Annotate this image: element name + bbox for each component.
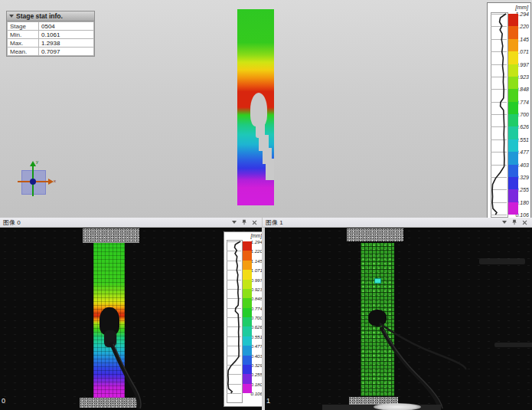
- colorbar-segment: [508, 139, 518, 152]
- close-icon[interactable]: [252, 220, 257, 225]
- histogram-gridline: [227, 393, 241, 394]
- colorbar-segment: [243, 308, 252, 317]
- colorbar-tick-label: 0.848: [251, 296, 262, 301]
- stat-row: Min.0.1061: [8, 31, 94, 39]
- colorbar-tick-label: 1.145: [251, 257, 262, 263]
- colorbar-segment: [243, 261, 252, 270]
- colorbar-tick-label: 0.477: [251, 343, 262, 349]
- panel-title-image1[interactable]: 图像 1: [263, 218, 532, 228]
- seed-point-marker: [374, 278, 381, 284]
- colorbar-segment: [508, 126, 518, 139]
- extensometer: [368, 310, 387, 326]
- colorbar-tick-label: 0.403: [251, 353, 262, 358]
- close-icon[interactable]: [522, 220, 527, 225]
- camera-panels: [mm]1.2941.2201.1451.0710.9970.9230.8480…: [0, 228, 532, 410]
- displacement-colorbar: [mm]1.2941.2201.1451.0710.9970.9230.8480…: [224, 231, 262, 407]
- colorbar-tick-label: 0.774: [251, 305, 262, 310]
- colorbar-tick-label: 0.626: [251, 324, 262, 330]
- stat-row: Mean.0.7097: [8, 48, 94, 56]
- stat-label: Max.: [8, 39, 39, 48]
- colorbar-segment: [243, 270, 252, 279]
- colorbar-tick-label: 0.180: [251, 381, 262, 386]
- colorbar-segment: [243, 374, 252, 383]
- stat-row: Stage0504: [8, 22, 94, 31]
- colorbar-segment: [508, 26, 518, 38]
- camera-index-label: 0: [2, 397, 5, 405]
- pin-icon[interactable]: [241, 219, 247, 225]
- stage-stat-header[interactable]: Stage stat info.: [7, 11, 94, 21]
- specimen-displacement-map: [237, 9, 274, 205]
- colorbar-segment: [508, 51, 518, 64]
- camera-image-1[interactable]: 1: [265, 228, 532, 410]
- chevron-down-icon[interactable]: [502, 221, 507, 224]
- histogram-curve: [227, 241, 241, 393]
- colorbar-segment: [243, 317, 252, 326]
- colorbar-segment: [243, 346, 252, 355]
- collapse-icon[interactable]: [9, 15, 14, 18]
- colorbar-tick-label: 0.329: [251, 362, 262, 367]
- cable-lines: [265, 228, 532, 410]
- dock-title-row: 图像 0 图像 1: [0, 218, 532, 228]
- panel-title-label: 图像 0: [3, 218, 21, 227]
- base-reflection: [374, 403, 421, 410]
- colorbar-segment: [508, 152, 518, 164]
- colorbar-segment: [243, 356, 252, 365]
- y-axis-label: y: [36, 159, 38, 164]
- colorbar-segment: [243, 298, 252, 307]
- stage-stat-table: Stage0504Min.0.1061Max.1.2938Mean.0.7097: [7, 21, 94, 56]
- camera-image-0[interactable]: [mm]1.2941.2201.1451.0710.9970.9230.8480…: [0, 228, 262, 410]
- colorbar-segment: [508, 114, 518, 126]
- colorbar-tick-label: 1.071: [251, 267, 262, 273]
- colorbar-tick-label: 1.220: [251, 248, 262, 254]
- x-axis-arrow-icon: [48, 179, 54, 185]
- colorbar-tick-label: 0.106: [251, 391, 262, 396]
- extensometer-body: [104, 330, 116, 347]
- stat-label: Stage: [8, 22, 39, 31]
- colorbar-segment: [508, 102, 518, 114]
- y-axis-arrow-icon: [30, 161, 36, 166]
- displacement-colorbar: [mm]1.2941.2201.1451.0710.9970.9230.8480…: [487, 2, 531, 218]
- bottom-grip: [80, 398, 139, 408]
- colorbar-segment: [243, 289, 252, 298]
- colorbar-segment: [508, 64, 518, 77]
- colorbar-segment: [243, 384, 252, 393]
- z-axis-dot-icon: [30, 179, 36, 185]
- stat-label: Min.: [8, 31, 39, 39]
- scene-3d-view[interactable]: Stage stat info. Stage0504Min.0.1061Max.…: [0, 0, 532, 218]
- stage-stat-panel: Stage stat info. Stage0504Min.0.1061Max.…: [6, 11, 95, 57]
- stat-value: 1.2938: [39, 39, 94, 48]
- colorbar-segment: [508, 89, 518, 101]
- occlusion-step: [266, 159, 274, 180]
- stage-stat-title: Stage stat info.: [16, 12, 63, 20]
- colorbar-segment: [508, 189, 518, 202]
- colorbar-tick-label: 0.551: [251, 333, 262, 339]
- colorbar-segment: [243, 241, 252, 251]
- colorbar-tick-label: 1.294: [251, 239, 262, 244]
- background-highlight: [479, 258, 525, 264]
- colorbar-segment: [243, 365, 252, 374]
- colorbar-tick-label: 0.997: [251, 277, 262, 282]
- colorbar-unit-label: [mm]: [251, 233, 262, 238]
- chevron-down-icon[interactable]: [232, 221, 237, 224]
- histogram-curve: [491, 14, 507, 215]
- colorbar-segment: [508, 39, 518, 51]
- background-highlight: [494, 343, 532, 347]
- colorbar-segment: [508, 165, 518, 177]
- colorbar-gradient: [508, 14, 518, 215]
- panel-title-label: 图像 1: [266, 218, 283, 227]
- colorbar-segment: [243, 336, 252, 346]
- x-axis-label: x: [54, 179, 56, 183]
- colorbar-segment: [243, 251, 252, 260]
- cable-lines: [0, 228, 262, 410]
- panel-title-image0[interactable]: 图像 0: [0, 218, 263, 228]
- dic-application-window: Stage stat info. Stage0504Min.0.1061Max.…: [0, 0, 532, 410]
- stat-value: 0504: [39, 22, 94, 31]
- pin-icon[interactable]: [511, 219, 517, 225]
- colorbar-gradient: [243, 241, 252, 393]
- stat-value: 0.7097: [39, 48, 94, 56]
- top-grip: [83, 228, 139, 243]
- stat-label: Mean.: [8, 48, 39, 56]
- stat-row: Max.1.2938: [8, 39, 94, 48]
- top-grip: [347, 228, 403, 241]
- colorbar-segment: [508, 77, 518, 89]
